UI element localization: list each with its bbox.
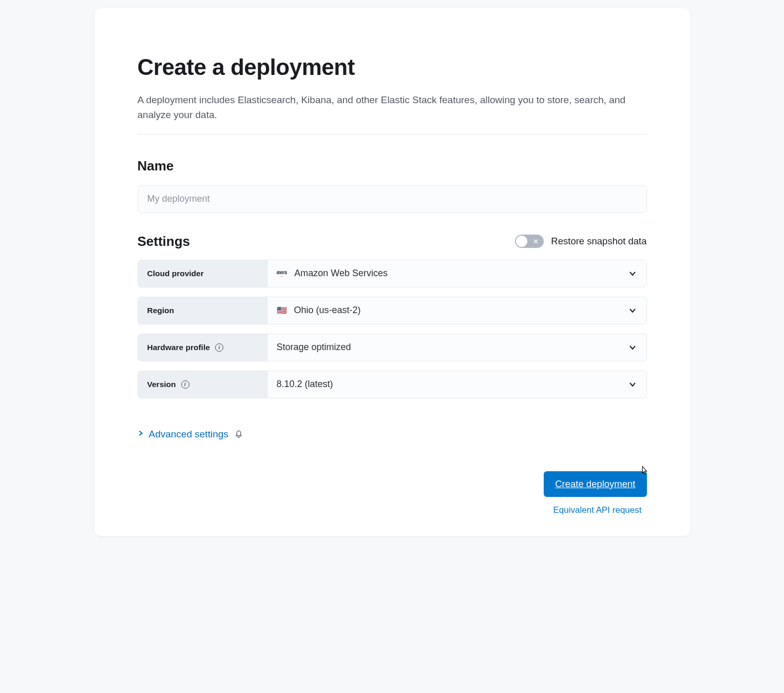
advanced-settings-toggle[interactable]: Advanced settings bbox=[138, 428, 647, 440]
settings-header-row: Settings ✕ Restore snapshot data bbox=[138, 234, 647, 249]
x-icon: ✕ bbox=[533, 238, 539, 245]
region-label: Region bbox=[138, 297, 267, 324]
name-heading: Name bbox=[138, 158, 647, 174]
hardware-profile-value: Storage optimized bbox=[277, 342, 351, 353]
deployment-create-card: Create a deployment A deployment include… bbox=[94, 8, 690, 536]
chevron-down-icon bbox=[628, 343, 637, 352]
version-value: 8.10.2 (latest) bbox=[277, 379, 333, 390]
chevron-down-icon bbox=[628, 269, 637, 278]
create-deployment-button[interactable]: Create deployment bbox=[544, 471, 646, 497]
hardware-profile-label: Hardware profile i bbox=[138, 334, 267, 361]
settings-heading: Settings bbox=[138, 234, 190, 249]
hardware-profile-label-text: Hardware profile bbox=[147, 343, 210, 352]
page-title: Create a deployment bbox=[138, 54, 647, 80]
info-icon[interactable]: i bbox=[215, 343, 223, 352]
flag-us-icon: 🇺🇸 bbox=[277, 305, 287, 315]
version-label-text: Version bbox=[147, 380, 176, 389]
version-label: Version i bbox=[138, 371, 267, 398]
region-row: Region 🇺🇸 Ohio (us-east-2) bbox=[138, 297, 647, 324]
chevron-right-icon bbox=[138, 430, 144, 439]
cloud-provider-select[interactable]: aws⌣ Amazon Web Services bbox=[267, 260, 646, 287]
cloud-provider-value: Amazon Web Services bbox=[294, 268, 388, 279]
chevron-down-icon bbox=[628, 380, 637, 389]
toggle-knob bbox=[516, 236, 527, 247]
advanced-settings-label: Advanced settings bbox=[149, 429, 228, 440]
bell-icon bbox=[234, 428, 244, 440]
version-select[interactable]: 8.10.2 (latest) bbox=[267, 371, 646, 398]
chevron-down-icon bbox=[628, 306, 637, 315]
cloud-provider-row: Cloud provider aws⌣ Amazon Web Services bbox=[138, 260, 647, 287]
region-label-text: Region bbox=[147, 306, 175, 315]
info-icon[interactable]: i bbox=[181, 380, 189, 389]
restore-snapshot-toggle[interactable]: ✕ bbox=[515, 235, 544, 248]
hardware-profile-row: Hardware profile i Storage optimized bbox=[138, 334, 647, 361]
version-row: Version i 8.10.2 (latest) bbox=[138, 371, 647, 398]
cloud-provider-label: Cloud provider bbox=[138, 260, 267, 287]
hardware-profile-select[interactable]: Storage optimized bbox=[267, 334, 646, 361]
region-select[interactable]: 🇺🇸 Ohio (us-east-2) bbox=[267, 297, 646, 324]
region-value: Ohio (us-east-2) bbox=[294, 305, 361, 316]
aws-icon: aws⌣ bbox=[277, 270, 288, 278]
divider bbox=[138, 134, 647, 134]
cursor-pointer-icon bbox=[639, 465, 650, 478]
page-subtitle: A deployment includes Elasticsearch, Kib… bbox=[138, 92, 647, 123]
equivalent-api-request-link[interactable]: Equivalent API request bbox=[553, 505, 641, 515]
restore-snapshot-label: Restore snapshot data bbox=[551, 236, 646, 247]
footer: Create deployment Equivalent API request bbox=[138, 440, 647, 515]
cloud-provider-label-text: Cloud provider bbox=[147, 269, 204, 278]
deployment-name-input[interactable] bbox=[138, 185, 647, 213]
restore-snapshot-toggle-wrap: ✕ Restore snapshot data bbox=[515, 235, 646, 248]
